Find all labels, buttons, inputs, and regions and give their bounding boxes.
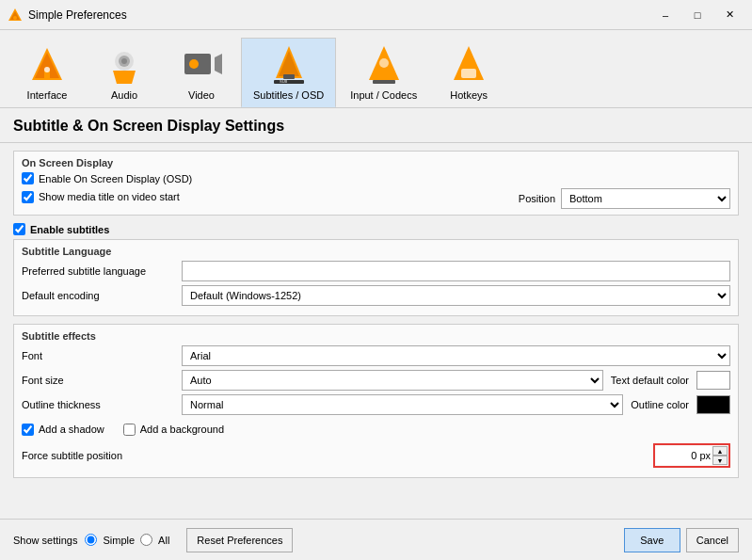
tab-audio-label: Audio — [111, 89, 137, 101]
svg-point-6 — [44, 67, 50, 72]
hotkeys-icon — [448, 44, 489, 86]
svg-marker-10 — [113, 71, 136, 84]
bottom-bar: Show settings Simple All Reset Preferenc… — [0, 519, 752, 560]
default-encoding-label: Default encoding — [22, 290, 182, 301]
text-color-swatch[interactable] — [696, 371, 730, 390]
app-icon — [8, 8, 23, 23]
osd-group-label: On Screen Display — [22, 155, 730, 168]
default-encoding-row: Default encoding Default (Windows-1252) … — [22, 285, 730, 306]
tab-video[interactable]: Video — [164, 38, 239, 107]
outline-thickness-row: Outline thickness Normal Thin Thick None… — [22, 394, 730, 415]
svg-point-2 — [13, 16, 17, 20]
font-label: Font — [22, 350, 182, 361]
tab-hotkeys[interactable]: Hotkeys — [431, 38, 506, 107]
font-size-select[interactable]: Auto Small Normal Large — [182, 370, 603, 391]
minimize-button[interactable]: – — [650, 6, 680, 24]
show-media-title-row: Show media title on video start — [22, 191, 180, 203]
tab-subtitles[interactable]: SUB Subtitles / OSD — [241, 38, 336, 107]
title-bar: Simple Preferences – □ ✕ — [0, 0, 752, 30]
outline-thickness-select[interactable]: Normal Thin Thick None — [182, 394, 623, 415]
enable-subtitles-checkbox[interactable] — [13, 223, 25, 235]
subtitle-lang-group: Subtitle Language Preferred subtitle lan… — [13, 239, 739, 316]
interface-icon — [26, 44, 68, 86]
osd-group: On Screen Display Enable On Screen Displ… — [13, 151, 739, 216]
subtitle-effects-group: Subtitle effects Font Arial Times New Ro… — [13, 324, 739, 478]
add-background-checkbox[interactable] — [123, 424, 136, 436]
outline-color-label: Outline color — [631, 399, 689, 410]
simple-radio[interactable] — [85, 534, 97, 546]
svg-point-13 — [189, 59, 199, 69]
save-button[interactable]: Save — [624, 528, 680, 552]
font-size-label: Font size — [22, 375, 182, 386]
input-icon — [363, 44, 405, 86]
enable-osd-checkbox[interactable] — [22, 172, 34, 184]
enable-osd-label: Enable On Screen Display (OSD) — [39, 173, 192, 184]
position-label: Position — [519, 193, 555, 204]
svg-rect-21 — [373, 80, 395, 84]
show-settings-label: Show settings — [13, 535, 77, 546]
window-controls: – □ ✕ — [650, 6, 744, 24]
preferred-lang-label: Preferred subtitle language — [22, 265, 182, 277]
subtitle-effects-label: Subtitle effects — [22, 328, 730, 342]
subtitle-lang-label: Subtitle Language — [22, 244, 730, 257]
spinner-buttons: ▲ ▼ — [712, 446, 728, 465]
show-settings-group: Show settings Simple All Reset Preferenc… — [13, 528, 293, 552]
tab-input[interactable]: Input / Codecs — [338, 38, 429, 107]
preferred-lang-input[interactable] — [182, 261, 730, 281]
tab-subtitles-label: Subtitles / OSD — [253, 89, 324, 101]
svg-marker-15 — [279, 51, 299, 76]
subtitles-icon: SUB — [268, 44, 310, 86]
tab-interface[interactable]: Interface — [9, 38, 85, 107]
show-media-title-label: Show media title on video start — [39, 191, 180, 202]
radio-group: Simple All — [85, 534, 169, 546]
close-button[interactable]: ✕ — [714, 6, 744, 24]
add-shadow-label: Add a shadow — [39, 424, 104, 435]
cancel-button[interactable]: Cancel — [686, 528, 739, 552]
simple-radio-label: Simple — [103, 535, 135, 546]
spinner-down-button[interactable]: ▼ — [712, 456, 728, 465]
add-background-control: Add a background — [123, 424, 224, 436]
all-radio[interactable] — [140, 534, 152, 546]
add-background-label: Add a background — [140, 424, 224, 435]
default-encoding-select[interactable]: Default (Windows-1252) UTF-8 Latin-1 — [182, 285, 730, 306]
enable-subtitles-label: Enable subtitles — [30, 224, 109, 235]
video-icon — [181, 44, 222, 86]
force-position-row: Force subtitle position ▲ ▼ — [22, 443, 730, 468]
show-media-title-checkbox[interactable] — [22, 191, 34, 203]
outline-thickness-label: Outline thickness — [22, 399, 182, 410]
svg-text:SUB: SUB — [280, 79, 288, 84]
audio-icon — [104, 44, 145, 86]
enable-osd-row: Enable On Screen Display (OSD) — [22, 172, 730, 184]
tab-audio[interactable]: Audio — [87, 38, 162, 107]
preferred-lang-row: Preferred subtitle language — [22, 261, 730, 281]
tab-hotkeys-label: Hotkeys — [450, 89, 488, 101]
enable-subtitles-row: Enable subtitles — [13, 223, 739, 235]
force-position-spinner: ▲ ▼ — [653, 443, 730, 468]
shadow-background-row: Add a shadow Add a background — [22, 419, 730, 440]
bottom-right-controls: Save Cancel — [624, 528, 739, 552]
text-default-color-label: Text default color — [611, 375, 689, 386]
window-title: Simple Preferences — [28, 8, 650, 22]
add-shadow-control: Add a shadow — [22, 424, 104, 436]
force-position-input[interactable] — [656, 446, 712, 465]
maximize-button[interactable]: □ — [682, 6, 712, 24]
nav-tabs: Interface Audio Video SUB Subtitles / OS… — [0, 30, 752, 108]
spinner-up-button[interactable]: ▲ — [712, 446, 728, 456]
font-select[interactable]: Arial Times New Roman Courier New — [182, 345, 730, 366]
position-select[interactable]: Bottom Top Left Right — [561, 188, 730, 209]
all-radio-label: All — [158, 535, 169, 546]
main-content: On Screen Display Enable On Screen Displ… — [0, 143, 752, 505]
outline-color-swatch[interactable] — [696, 395, 730, 414]
svg-rect-23 — [461, 69, 476, 78]
tab-input-label: Input / Codecs — [350, 89, 417, 101]
add-shadow-checkbox[interactable] — [22, 424, 34, 436]
font-size-row: Font size Auto Small Normal Large Text d… — [22, 370, 730, 391]
tab-interface-label: Interface — [27, 89, 68, 101]
font-row: Font Arial Times New Roman Courier New — [22, 345, 730, 366]
force-position-label: Force subtitle position — [22, 450, 182, 461]
reset-button[interactable]: Reset Preferences — [186, 528, 293, 552]
svg-marker-12 — [215, 54, 222, 74]
svg-point-9 — [121, 58, 127, 64]
position-control: Position Bottom Top Left Right — [519, 188, 730, 209]
svg-rect-17 — [274, 80, 304, 84]
